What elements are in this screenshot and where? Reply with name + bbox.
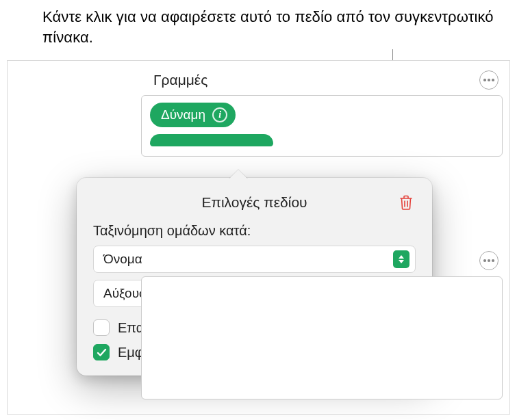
popover-header: Επιλογές πεδίου: [93, 194, 416, 211]
more-icon: [483, 79, 494, 81]
check-icon: [97, 348, 107, 357]
pivot-options-section: Γραμμές Δύναμη i Επιλογές πεδίου: [141, 68, 503, 407]
field-chip-label: Δύναμη: [161, 107, 205, 122]
checkbox-box: [93, 344, 110, 360]
popover-title: Επιλογές πεδίου: [201, 194, 307, 211]
sort-by-select[interactable]: Όνομα: [93, 246, 416, 273]
rows-section-header: Γραμμές: [141, 68, 503, 95]
delete-field-button[interactable]: [396, 193, 416, 212]
callout-text: Κάντε κλικ για να αφαιρέσετε αυτό το πεδ…: [42, 7, 503, 47]
rows-more-button[interactable]: [479, 70, 499, 90]
select-stepper-icon: [393, 250, 409, 268]
inspector-panel: Γραμμές Δύναμη i Επιλογές πεδίου: [7, 60, 510, 415]
more-icon: [483, 259, 494, 262]
sort-by-value: Όνομα: [103, 252, 142, 267]
rows-section-title: Γραμμές: [153, 72, 207, 88]
section-more-button[interactable]: [479, 251, 499, 270]
sort-groups-label: Ταξινόμηση ομάδων κατά:: [93, 223, 416, 239]
checkbox-box: [93, 319, 110, 336]
field-chip-secondary[interactable]: [150, 134, 273, 146]
field-chip-strength[interactable]: Δύναμη i: [150, 103, 236, 127]
field-well-secondary[interactable]: [141, 276, 503, 399]
trash-icon: [399, 194, 414, 211]
info-icon[interactable]: i: [212, 107, 227, 122]
popover-arrow: [229, 170, 248, 179]
rows-field-well[interactable]: Δύναμη i Επιλογές πεδίου Ταξινόμηση ομάδ…: [141, 95, 503, 157]
